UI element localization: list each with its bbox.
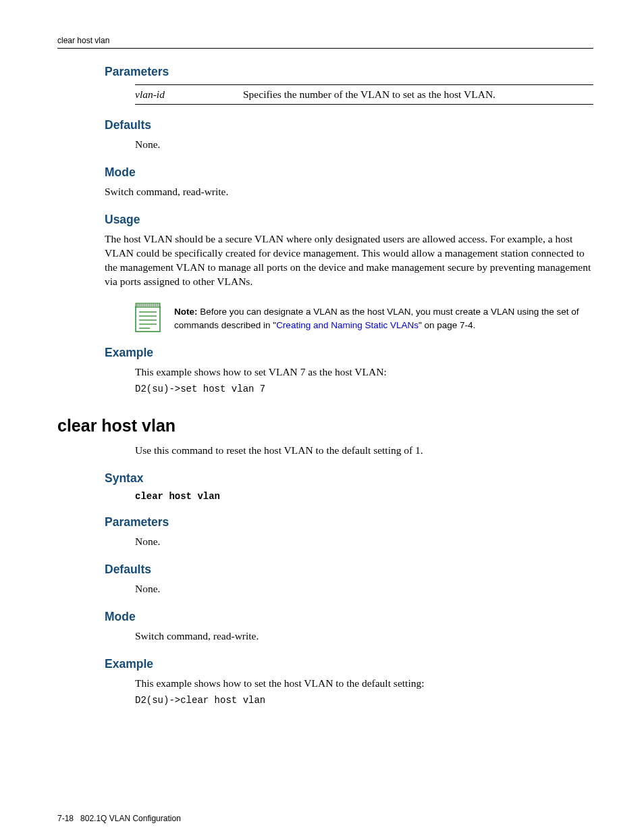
page-content: clear host vlan Parameters vlan-id Speci…: [0, 0, 644, 834]
section-intro: Use this command to reset the host VLAN …: [135, 444, 593, 458]
note-label: Note:: [174, 307, 198, 317]
note-block: Note: Before you can designate a VLAN as…: [135, 303, 593, 333]
note-link[interactable]: Creating and Naming Static VLANs: [276, 320, 419, 330]
heading-syntax: Syntax: [105, 471, 593, 486]
chapter-name: 802.1Q VLAN Configuration: [80, 814, 181, 823]
page-footer: 7-18 802.1Q VLAN Configuration: [57, 814, 593, 823]
heading-defaults-2: Defaults: [105, 563, 593, 577]
parameters-table: vlan-id Specifies the number of the VLAN…: [135, 84, 593, 105]
heading-parameters: Parameters: [105, 65, 593, 79]
note-after: " on page 7-4.: [419, 320, 475, 330]
table-row: vlan-id Specifies the number of the VLAN…: [135, 85, 593, 105]
syntax-code: clear host vlan: [135, 491, 593, 502]
heading-parameters-2: Parameters: [105, 515, 593, 529]
note-text: Note: Before you can designate a VLAN as…: [174, 305, 593, 333]
mode-text: Switch command, read-write.: [105, 185, 593, 199]
running-head: clear host vlan: [57, 36, 109, 45]
example-code-2: D2(su)->clear host vlan: [135, 695, 593, 706]
parameters-text-2: None.: [135, 535, 593, 549]
heading-example-2: Example: [105, 657, 593, 671]
heading-mode: Mode: [105, 165, 593, 180]
heading-mode-2: Mode: [105, 610, 593, 624]
heading-defaults: Defaults: [105, 118, 593, 132]
page-header: clear host vlan: [57, 34, 593, 49]
svg-rect-1: [136, 303, 160, 307]
param-desc: Specifies the number of the VLAN to set …: [243, 85, 593, 105]
param-name: vlan-id: [135, 85, 243, 105]
defaults-text: None.: [135, 138, 593, 152]
notepad-icon: [135, 303, 161, 332]
defaults-text-2: None.: [135, 582, 593, 596]
mode-text-2: Switch command, read-write.: [135, 629, 593, 644]
heading-usage: Usage: [105, 213, 593, 227]
usage-text: The host VLAN should be a secure VLAN wh…: [105, 232, 593, 289]
example-code: D2(su)->set host vlan 7: [135, 384, 593, 394]
page-number: 7-18: [57, 814, 74, 823]
section-title: clear host vlan: [57, 416, 593, 436]
example-text-2: This example shows how to set the host V…: [135, 677, 593, 691]
heading-example: Example: [105, 346, 593, 360]
example-text: This example shows how to set VLAN 7 as …: [135, 365, 593, 380]
